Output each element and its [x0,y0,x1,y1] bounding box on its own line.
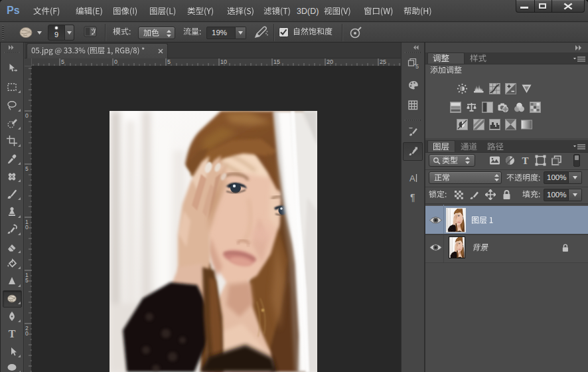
svg-text:¶: ¶ [410,192,415,203]
svg-text:5: 5 [415,63,419,69]
svg-text:A: A [409,173,415,183]
svg-text:T: T [522,155,528,166]
